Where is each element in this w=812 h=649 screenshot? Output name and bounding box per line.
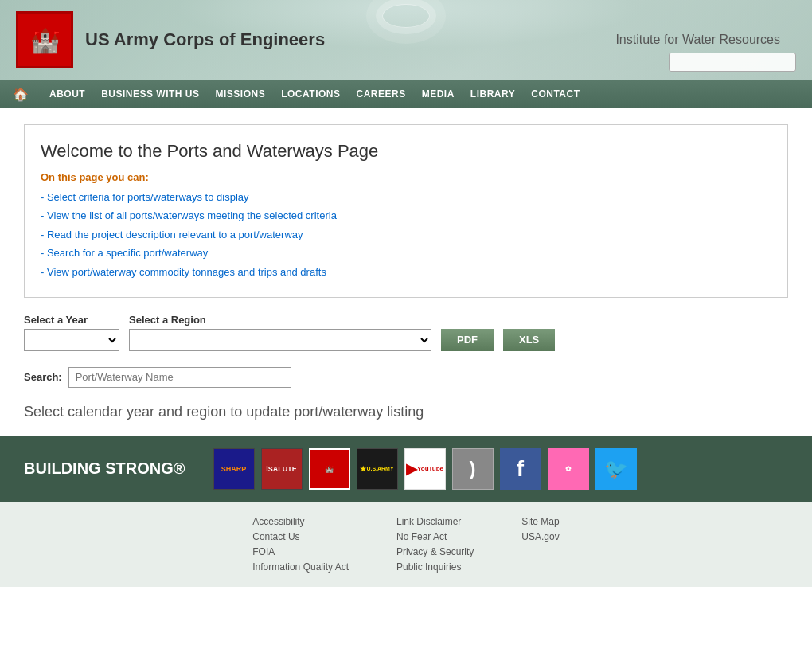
search-label: Search: [24,371,62,383]
usace-icon[interactable]: 🏰 [309,448,350,490]
year-filter-group: Select a Year [24,314,119,351]
page-link-1[interactable]: - Select criteria for ports/waterways to… [41,188,771,206]
org-name: US Army Corps of Engineers [85,29,325,50]
footer-links: Accessibility Contact Us FOIA Informatio… [0,502,812,587]
search-input[interactable] [68,367,291,388]
nav-item-about[interactable]: ABOUT [41,85,93,103]
nav-item-media[interactable]: MEDIA [414,85,463,103]
main-content: Welcome to the Ports and Waterways Page … [0,108,812,436]
footer-link-link-disclaimer[interactable]: Link Disclaimer [396,516,474,527]
footer-link-accessibility[interactable]: Accessibility [252,516,349,527]
footer-link-privacy-security[interactable]: Privacy & Security [396,546,474,557]
footer-link-public-inquiries[interactable]: Public Inquiries [396,561,474,573]
footer-col-2: Link Disclaimer No Fear Act Privacy & Se… [396,516,474,573]
page-links: - Select criteria for ports/waterways to… [41,188,771,281]
instruction-text: Select calendar year and region to updat… [24,404,788,420]
search-row: Search: [24,367,788,388]
main-nav: 🏠 ABOUT BUSINESS WITH US MISSIONS LOCATI… [0,80,812,108]
welcome-title: Welcome to the Ports and Waterways Page [41,141,771,162]
footer-dark: BUILDING STRONG® SHARP iSALUTE 🏰 ★U.S.AR… [0,436,812,502]
sharp-icon[interactable]: SHARP [213,448,255,490]
welcome-box: Welcome to the Ports and Waterways Page … [24,124,788,298]
footer-icons: SHARP iSALUTE 🏰 ★U.S.ARMY ▶YouTube ) f ✿… [213,448,637,490]
page-link-5[interactable]: - View port/waterway commodity tonnages … [41,263,771,281]
castle-icon: 🏰 [30,26,60,54]
page-link-2[interactable]: - View the list of all ports/waterways m… [41,206,771,225]
usace-logo: 🏰 [16,11,73,68]
xls-button[interactable]: XLS [503,329,555,351]
page-link-4[interactable]: - Search for a specific port/waterway [41,244,771,262]
nav-home-icon[interactable]: 🏠 [8,84,33,105]
region-label: Select a Region [129,314,431,326]
blog-icon[interactable]: ) [452,448,494,490]
region-filter-group: Select a Region [129,314,431,351]
footer-link-foia[interactable]: FOIA [252,546,349,557]
nav-item-library[interactable]: LIBRARY [463,85,523,103]
page-link-3[interactable]: - Read the project description relevant … [41,225,771,244]
footer-col-3: Site Map USA.gov [521,516,559,573]
nav-item-careers[interactable]: CAREERS [348,85,413,103]
institute-name: Institute for Water Resources [615,33,780,47]
twitter-icon[interactable]: 🐦 [595,448,637,490]
nav-item-locations[interactable]: LOCATIONS [273,85,348,103]
army-icon[interactable]: ★U.S.ARMY [357,448,398,490]
facebook-icon[interactable]: f [500,448,541,490]
nav-item-missions[interactable]: MISSIONS [208,85,274,103]
filter-row: Select a Year Select a Region PDF XLS [24,314,788,351]
footer-link-no-fear[interactable]: No Fear Act [396,531,474,542]
footer-link-info-quality[interactable]: Information Quality Act [252,561,349,573]
pdf-button[interactable]: PDF [441,329,494,351]
flickr-icon[interactable]: ✿ [548,448,589,490]
nav-item-business[interactable]: BUSINESS WITH US [93,85,207,103]
isalute-icon[interactable]: iSALUTE [261,448,303,490]
footer-col-1: Accessibility Contact Us FOIA Informatio… [252,516,349,573]
building-strong-text: BUILDING STRONG® [24,459,185,478]
footer-link-usa-gov[interactable]: USA.gov [521,531,559,542]
nav-item-contact[interactable]: CONTACT [523,85,588,103]
footer-link-contact-us[interactable]: Contact Us [252,531,349,542]
footer-link-site-map[interactable]: Site Map [521,516,559,527]
year-select[interactable] [24,329,119,351]
year-label: Select a Year [24,314,119,326]
on-this-page-label: On this page you can: [41,171,771,183]
region-select[interactable] [129,329,431,351]
youtube-icon[interactable]: ▶YouTube [404,448,446,490]
